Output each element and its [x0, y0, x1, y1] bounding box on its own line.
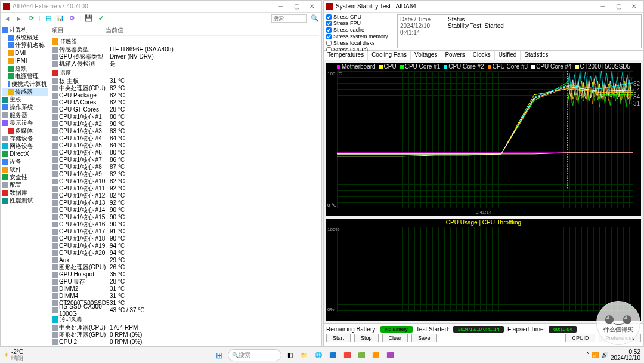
tab-voltages[interactable]: Voltages — [411, 51, 441, 60]
explorer-icon[interactable]: 📁 — [298, 349, 310, 361]
sensor-row: 核 主板31 °C — [52, 78, 319, 85]
tree-item[interactable]: 设备 — [2, 158, 48, 165]
sensor-row: 传感器类型ITE IT8696E (ISA A40h) — [52, 46, 319, 53]
sensor-row: CPU #1/核心 #887 °C — [52, 164, 319, 171]
tree-item[interactable]: DirectX — [2, 150, 48, 158]
app-icon-1[interactable]: 🟦 — [327, 349, 339, 361]
minimize-button[interactable]: ─ — [596, 3, 610, 10]
sensor-row: DIMM231 °C — [52, 285, 319, 293]
fwd-icon[interactable]: ► — [15, 14, 23, 23]
minimize-button[interactable]: ─ — [274, 3, 288, 10]
tab-powers[interactable]: Powers — [441, 51, 469, 60]
stress-checkbox[interactable]: Stress system memory — [326, 33, 393, 40]
tree-item[interactable]: 计算机名称 — [2, 41, 48, 49]
stress-checkbox[interactable]: Stress CPU — [326, 14, 393, 20]
tab-usified[interactable]: Usified — [495, 51, 521, 60]
tree-item[interactable]: 配置 — [2, 181, 48, 189]
tree-item[interactable]: 性能测试 — [2, 196, 48, 204]
start-icon[interactable]: ⊞ — [213, 349, 225, 361]
sensor-row: CPU #1/核心 #484 °C — [52, 135, 319, 142]
volume-icon[interactable]: 🔊 — [601, 352, 608, 358]
cpuid-button[interactable]: CPUID — [565, 334, 595, 342]
sensor-row: GPU 传感器类型Driver (NV DRV) — [52, 53, 319, 60]
close-button[interactable]: ✕ — [627, 3, 641, 10]
tree-item[interactable]: 主板 — [2, 96, 48, 103]
tree-item[interactable]: 超频 — [2, 64, 48, 72]
tree-item[interactable]: 安全性 — [2, 173, 48, 181]
sensor-row: CPU #1/核心 #383 °C — [52, 128, 319, 135]
tab-clocks[interactable]: Clocks — [469, 51, 495, 60]
tree-item[interactable]: 传感器 — [2, 88, 48, 96]
close-button[interactable]: ✕ — [305, 3, 319, 10]
nav-tree[interactable]: 计算机系统概述计算机名称DMIIPMI超频电源管理便携式计算机传感器主板操作系统… — [1, 24, 49, 346]
sensor-row: CPU #1/核心 #1590 °C — [52, 214, 319, 221]
app-icon-2[interactable]: 🟥 — [341, 349, 353, 361]
sensor-row: CPU IA Cores82 °C — [52, 99, 319, 106]
test-started: 2024/12/10 0:41:14 — [453, 326, 504, 333]
sensor-row: CPU #1/核心 #680 °C — [52, 149, 319, 156]
sensor-row: DIMM431 °C — [52, 293, 319, 300]
toolbar: ◄ ► ⟳ | ▤ 📊 ⚙ | 💾 ✔ 🔍 — [1, 13, 321, 24]
stress-checkbox[interactable]: Stress FPU — [326, 20, 393, 27]
cpu-usage-chart: CPU Usage | CPU Throttling 100% 0% — [326, 219, 641, 321]
tree-item[interactable]: 多媒体 — [2, 127, 48, 134]
weather-icon[interactable]: ☀ — [4, 352, 9, 358]
stop-button[interactable]: Stop — [354, 334, 379, 342]
stress-checkbox[interactable]: Stress cache — [326, 27, 393, 33]
preferences-button[interactable]: Preferences — [599, 334, 641, 342]
start-button[interactable]: Start — [326, 334, 351, 342]
tree-item[interactable]: 操作系统 — [2, 103, 48, 111]
chart-icon[interactable]: 📊 — [56, 14, 64, 23]
app-icon-4[interactable]: 🟧 — [370, 349, 382, 361]
tree-item[interactable]: 存储设备 — [2, 134, 48, 142]
tree-item[interactable]: 数据库 — [2, 189, 48, 196]
taskview-icon[interactable]: ◧ — [284, 349, 296, 361]
sensor-row: 机箱入侵检测是 — [52, 60, 319, 67]
tray-up-icon[interactable]: ˄ — [586, 352, 589, 358]
search-icon[interactable]: 🔍 — [311, 14, 319, 23]
clear-button[interactable]: Clear — [382, 334, 408, 342]
tree-item[interactable]: 便携式计算机 — [2, 80, 48, 88]
hw-icon[interactable]: ⚙ — [68, 14, 76, 23]
report-icon[interactable]: ▤ — [44, 14, 52, 23]
stress-options: Stress CPUStress FPUStress cacheStress s… — [324, 13, 395, 50]
sensor-row: GPU Hotspot35 °C — [52, 271, 319, 278]
search-input[interactable] — [271, 14, 307, 23]
pref-icon[interactable]: ✔ — [97, 14, 105, 23]
tab-cooling fans[interactable]: Cooling Fans — [368, 51, 411, 60]
app-icon-3[interactable]: 🟩 — [355, 349, 367, 361]
tree-item[interactable]: IPMI — [2, 57, 48, 64]
app-icon — [326, 3, 333, 10]
save-button[interactable]: Save — [411, 334, 437, 342]
tab-statistics[interactable]: Statistics — [521, 51, 552, 60]
tree-item[interactable]: 服务器 — [2, 111, 48, 119]
maximize-button[interactable]: ▢ — [611, 3, 626, 10]
maximize-button[interactable]: ▢ — [289, 3, 304, 10]
edge-icon[interactable]: 🌐 — [312, 349, 324, 361]
tree-item[interactable]: 电源管理 — [2, 72, 48, 80]
legend-item: CPU — [379, 63, 397, 70]
tree-item[interactable]: 系统概述 — [2, 33, 48, 41]
sensor-row: 中央处理器(CPU)1764 RPM — [52, 324, 319, 331]
network-icon[interactable]: 📶 — [592, 352, 599, 358]
tab-temperatures[interactable]: Temperatures — [324, 51, 368, 60]
control-bar: Remaining Battery: No Battery Test Start… — [324, 323, 643, 346]
window-title: AIDA64 Extreme v7.40.7100 — [13, 3, 274, 10]
tree-item[interactable]: 网络设备 — [2, 142, 48, 150]
legend-item: CPU Core #4 — [531, 63, 571, 70]
stress-checkbox[interactable]: Stress local disks — [326, 40, 393, 47]
taskbar-search[interactable]: 🔍 搜索 — [228, 349, 281, 361]
refresh-icon[interactable]: ⟳ — [27, 14, 35, 23]
section-header: 传感器 — [52, 38, 319, 45]
save-icon[interactable]: 💾 — [85, 14, 93, 23]
tree-item[interactable]: 计算机 — [2, 26, 48, 33]
back-icon[interactable]: ◄ — [3, 14, 11, 23]
sensor-row: CPU #1/核心 #1690 °C — [52, 221, 319, 228]
tree-item[interactable]: 软件 — [2, 165, 48, 173]
taskbar[interactable]: ☀ -2°C 晴朗 ⊞ 🔍 搜索 ◧ 📁 🌐 🟦 🟥 🟩 🟧 🟪 ˄ 📶 🔊 0… — [0, 346, 644, 363]
sensor-row: CPU GT Cores28 °C — [52, 106, 319, 113]
app-icon-5[interactable]: 🟪 — [384, 349, 396, 361]
tree-item[interactable]: DMI — [2, 49, 48, 57]
tree-item[interactable]: 显示设备 — [2, 119, 48, 127]
chart-tabs: TemperaturesCooling FansVoltagesPowersCl… — [324, 51, 643, 60]
